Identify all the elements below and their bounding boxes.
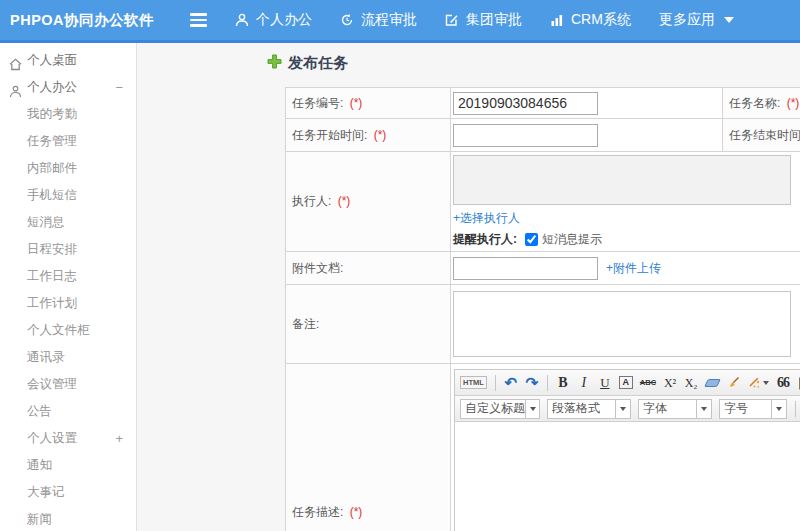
nav-group-approval[interactable]: 集团审批 — [445, 11, 522, 29]
sidebar-item-label: 个人设置 — [27, 431, 77, 445]
sidebar-item-label: 短消息 — [27, 215, 65, 229]
app-window: PHPOA协同办公软件 个人办公 流程审批 集团审批 — [0, 0, 800, 531]
collapse-icon[interactable]: − — [115, 74, 123, 101]
publish-task-form: 任务编号: (*) 任务名称: (*) 任务开始时间: (*) 任务结束时间: — [285, 87, 800, 531]
sidebar-item-mobile-sms[interactable]: 手机短信 — [0, 182, 136, 209]
page-header: 发布任务 — [267, 54, 348, 73]
sidebar-item-contacts[interactable]: 通讯录 — [0, 344, 136, 371]
paragraph-format-select[interactable]: 段落格式 — [547, 399, 631, 419]
sidebar-item-work-log[interactable]: 工作日志 — [0, 263, 136, 290]
field-label: 附件文档: — [292, 261, 343, 275]
select-value: 字体 — [643, 400, 667, 417]
sidebar-item-label: 通知 — [27, 458, 52, 472]
nav-personal-office[interactable]: 个人办公 — [235, 11, 312, 29]
sidebar-item-label: 手机短信 — [27, 188, 77, 202]
remark-textarea[interactable] — [453, 291, 791, 357]
custom-title-select[interactable]: 自定义标题 — [460, 399, 540, 419]
sidebar-item-personal-settings[interactable]: 个人设置 + — [0, 425, 136, 452]
task-number-input[interactable] — [453, 92, 598, 115]
crm-chart-icon — [550, 13, 564, 27]
font-size-select[interactable]: 字号 — [719, 399, 787, 419]
nav-label: CRM系统 — [571, 11, 631, 29]
brush-icon[interactable] — [726, 376, 740, 389]
eraser-icon[interactable] — [705, 379, 719, 387]
sidebar-item-internal-mail[interactable]: 内部邮件 — [0, 155, 136, 182]
field-label: 任务开始时间: — [292, 128, 367, 142]
sidebar-item-label: 个人桌面 — [27, 53, 77, 67]
required-mark: (*) — [338, 194, 351, 208]
caret-down-icon — [763, 381, 769, 385]
autotypeset-button[interactable]: A — [619, 376, 633, 389]
select-value: 字号 — [724, 400, 748, 417]
sms-remind-checkbox[interactable] — [525, 233, 538, 246]
magic-wand-icon[interactable] — [747, 376, 769, 389]
bold-button[interactable]: B — [556, 376, 570, 390]
blockquote-button[interactable]: 66 — [776, 376, 790, 390]
select-value: 段落格式 — [552, 400, 600, 417]
nav-process-approval[interactable]: 流程审批 — [340, 11, 417, 29]
user-icon — [235, 13, 249, 27]
field-label: 任务描述: — [292, 505, 343, 519]
sidebar-item-meeting-management[interactable]: 会议管理 — [0, 371, 136, 398]
top-navbar: PHPOA协同办公软件 个人办公 流程审批 集团审批 — [0, 0, 800, 43]
task-number-cell — [451, 88, 723, 119]
subscript-button[interactable]: X₂ — [684, 377, 698, 389]
required-mark: (*) — [350, 96, 363, 110]
menu-toggle-icon[interactable] — [190, 13, 207, 27]
sidebar-item-label: 任务管理 — [27, 134, 77, 148]
description-label-cell: 任务描述: (*) — [286, 364, 451, 531]
start-time-label-cell: 任务开始时间: (*) — [286, 119, 451, 152]
start-time-input[interactable] — [453, 124, 598, 147]
sidebar-item-personal-desktop[interactable]: 个人桌面 — [0, 47, 136, 74]
attachment-input[interactable] — [453, 257, 598, 280]
remark-cell — [451, 285, 800, 364]
sidebar-item-work-plan[interactable]: 工作计划 — [0, 290, 136, 317]
nav-crm-system[interactable]: CRM系统 — [550, 11, 631, 29]
sms-remind-label: 短消息提示 — [542, 231, 602, 248]
sidebar-item-my-attendance[interactable]: 我的考勤 — [0, 101, 136, 128]
description-cell: HTML ↶ ↷ B I U A ABC X² X₂ — [451, 364, 800, 531]
toolbar-separator — [795, 401, 796, 417]
caret-down-icon — [724, 17, 734, 23]
underline-button[interactable]: U — [598, 376, 612, 389]
sidebar-item-milestones[interactable]: 大事记 — [0, 479, 136, 506]
sidebar-item-label: 公告 — [27, 404, 52, 418]
sidebar-item-task-management[interactable]: 任务管理 — [0, 128, 136, 155]
font-family-select[interactable]: 字体 — [638, 399, 712, 419]
sidebar-item-schedule[interactable]: 日程安排 — [0, 236, 136, 263]
sidebar-item-notification[interactable]: 通知 — [0, 452, 136, 479]
executor-textarea[interactable] — [453, 155, 791, 205]
required-mark: (*) — [374, 128, 387, 142]
superscript-button[interactable]: X² — [663, 377, 677, 389]
field-label: 任务结束时间: — [729, 128, 800, 142]
sidebar-item-personal-files[interactable]: 个人文件柜 — [0, 317, 136, 344]
nav-label: 个人办公 — [256, 11, 312, 29]
editor-content[interactable] — [455, 422, 800, 531]
main-nav: 个人办公 流程审批 集团审批 CRM系统 更多应用 — [235, 0, 734, 40]
nav-label: 集团审批 — [466, 11, 522, 29]
sidebar-item-label: 工作计划 — [27, 296, 77, 310]
redo-icon[interactable]: ↷ — [525, 375, 539, 390]
required-mark: (*) — [787, 96, 800, 110]
sidebar-item-short-message[interactable]: 短消息 — [0, 209, 136, 236]
sidebar-item-personal-office[interactable]: 个人办公 − — [0, 74, 136, 101]
undo-icon[interactable]: ↶ — [504, 375, 518, 390]
task-number-label-cell: 任务编号: (*) — [286, 88, 451, 119]
sidebar-item-label: 通讯录 — [27, 350, 65, 364]
choose-executor-link[interactable]: +选择执行人 — [453, 211, 520, 225]
rich-text-editor: HTML ↶ ↷ B I U A ABC X² X₂ — [454, 369, 800, 531]
group-approval-icon — [445, 13, 459, 27]
source-code-button[interactable]: HTML — [460, 376, 487, 390]
field-label: 任务编号: — [292, 96, 343, 110]
editor-toolbar-row1: HTML ↶ ↷ B I U A ABC X² X₂ — [455, 370, 800, 396]
strikethrough-button[interactable]: ABC — [640, 379, 656, 387]
italic-button[interactable]: I — [577, 376, 591, 390]
attachment-upload-link[interactable]: +附件上传 — [606, 260, 661, 277]
expand-icon[interactable]: + — [115, 425, 123, 452]
app-logo: PHPOA协同办公软件 — [10, 0, 154, 40]
sidebar-item-news[interactable]: 新闻 — [0, 506, 136, 531]
sidebar-item-announcement[interactable]: 公告 — [0, 398, 136, 425]
sidebar-item-label: 日程安排 — [27, 242, 77, 256]
remark-label-cell: 备注: — [286, 285, 451, 364]
nav-more-apps[interactable]: 更多应用 — [659, 11, 734, 29]
